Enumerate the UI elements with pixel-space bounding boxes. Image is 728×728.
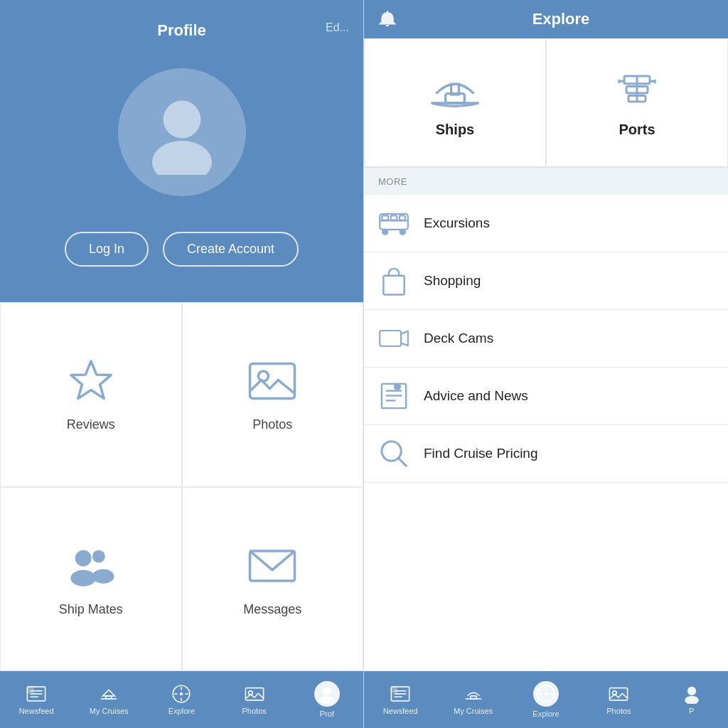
right-panel: Explore Ships bbox=[364, 0, 728, 728]
nav-item-explore[interactable]: Explore bbox=[156, 684, 206, 715]
ships-label: Ships bbox=[436, 122, 474, 138]
nav-item-photos[interactable]: Photos bbox=[230, 684, 279, 715]
photos-item[interactable]: Photos bbox=[182, 302, 364, 487]
shopping-label: Shopping bbox=[424, 273, 481, 289]
camera-icon bbox=[378, 323, 410, 354]
photo-icon bbox=[247, 356, 297, 406]
nav-explore-label: Explore bbox=[168, 707, 195, 715]
profile-title: Profile bbox=[157, 21, 205, 40]
left-bottom-nav: Newsfeed My Cruises Explore bbox=[0, 671, 363, 728]
right-photos-icon bbox=[609, 684, 628, 704]
photos-label: Photos bbox=[252, 417, 292, 432]
right-nav-mycruises[interactable]: My Cruises bbox=[449, 684, 498, 715]
explore-active-bg bbox=[533, 681, 559, 707]
login-button[interactable]: Log In bbox=[65, 232, 149, 267]
search-icon bbox=[378, 438, 410, 469]
profile-active-bg bbox=[314, 681, 340, 707]
nav-mycruises-label: My Cruises bbox=[90, 707, 129, 715]
svg-rect-48 bbox=[380, 331, 401, 346]
svg-rect-3 bbox=[250, 364, 295, 399]
advice-item[interactable]: i Advice and News bbox=[364, 368, 728, 425]
messages-item[interactable]: Messages bbox=[182, 487, 364, 672]
nav-item-profile[interactable]: Prof bbox=[302, 681, 352, 718]
messages-label: Messages bbox=[243, 602, 301, 617]
nav-item-newsfeed[interactable]: Newsfeed bbox=[11, 684, 61, 715]
news-icon: i bbox=[378, 380, 410, 412]
shipmates-label: Ship Mates bbox=[59, 602, 123, 617]
excursions-item[interactable]: Excursions bbox=[364, 195, 728, 252]
shopping-icon bbox=[378, 265, 410, 296]
reviews-label: Reviews bbox=[67, 417, 115, 432]
ship-nav-icon bbox=[99, 684, 119, 704]
bus-icon bbox=[378, 208, 410, 239]
right-nav-photos[interactable]: Photos bbox=[594, 684, 643, 715]
svg-point-4 bbox=[259, 371, 269, 381]
svg-rect-43 bbox=[391, 215, 397, 220]
deckcams-label: Deck Cams bbox=[424, 331, 493, 346]
explore-title: Explore bbox=[408, 10, 714, 28]
nav-item-mycruises[interactable]: My Cruises bbox=[84, 684, 134, 715]
right-newsfeed-icon bbox=[390, 684, 410, 704]
svg-point-54 bbox=[395, 384, 400, 390]
svg-point-46 bbox=[400, 230, 405, 235]
svg-point-26 bbox=[320, 696, 334, 704]
svg-rect-47 bbox=[383, 276, 404, 295]
bell-icon bbox=[378, 10, 397, 28]
right-nav-photos-label: Photos bbox=[606, 707, 631, 715]
svg-point-1 bbox=[152, 141, 212, 175]
right-nav-profile[interactable]: P bbox=[667, 684, 717, 715]
create-account-button[interactable]: Create Account bbox=[163, 232, 299, 267]
right-nav-newsfeed-label: Newsfeed bbox=[383, 707, 418, 715]
pricing-label: Find Cruise Pricing bbox=[424, 446, 538, 461]
profile-grid: Reviews Photos Ship Mates bbox=[0, 302, 363, 671]
profile-nav-icon bbox=[317, 684, 337, 704]
photos-nav-icon bbox=[245, 684, 264, 704]
shipmates-item[interactable]: Ship Mates bbox=[0, 487, 182, 672]
svg-marker-49 bbox=[401, 331, 408, 346]
more-section: MORE bbox=[364, 168, 728, 195]
ports-icon bbox=[609, 68, 665, 110]
nav-profile-label: Prof bbox=[320, 710, 334, 718]
envelope-icon bbox=[247, 541, 297, 591]
svg-point-6 bbox=[70, 569, 96, 586]
ships-item[interactable]: Ships bbox=[364, 38, 546, 167]
reviews-item[interactable]: Reviews bbox=[0, 302, 182, 487]
right-nav-newsfeed[interactable]: Newsfeed bbox=[375, 684, 425, 715]
ports-label: Ports bbox=[619, 122, 655, 138]
svg-point-8 bbox=[92, 569, 114, 583]
explore-list: Excursions Shopping Deck Cams bbox=[364, 195, 728, 671]
right-ship-icon bbox=[464, 684, 483, 704]
shopping-item[interactable]: Shopping bbox=[364, 252, 728, 310]
pricing-item[interactable]: Find Cruise Pricing bbox=[364, 425, 728, 483]
svg-line-57 bbox=[398, 458, 407, 466]
svg-point-74 bbox=[685, 696, 699, 704]
excursions-label: Excursions bbox=[424, 215, 490, 231]
svg-point-73 bbox=[687, 687, 696, 695]
svg-point-7 bbox=[92, 550, 105, 562]
explore-header: Explore bbox=[364, 0, 728, 38]
svg-point-0 bbox=[163, 101, 200, 139]
auth-buttons: Log In Create Account bbox=[65, 232, 299, 267]
nav-photos-label: Photos bbox=[242, 707, 267, 715]
nav-newsfeed-label: Newsfeed bbox=[19, 707, 54, 715]
right-nav-mycruises-label: My Cruises bbox=[454, 707, 493, 715]
right-nav-explore[interactable]: Explore bbox=[521, 681, 571, 718]
right-compass-icon bbox=[536, 684, 556, 704]
ports-item[interactable]: Ports bbox=[546, 38, 728, 167]
svg-marker-2 bbox=[71, 361, 111, 399]
svg-point-66 bbox=[545, 693, 547, 695]
edit-button[interactable]: Ed... bbox=[326, 21, 349, 34]
right-profile-icon bbox=[682, 684, 702, 704]
newsfeed-icon bbox=[26, 684, 46, 704]
right-nav-explore-label: Explore bbox=[532, 710, 559, 718]
avatar bbox=[118, 68, 246, 196]
ships-icon bbox=[427, 68, 483, 110]
svg-rect-44 bbox=[400, 215, 405, 220]
people-icon bbox=[66, 541, 116, 591]
more-label: MORE bbox=[378, 176, 407, 187]
profile-header-top: Profile Ed... bbox=[0, 14, 363, 47]
svg-point-45 bbox=[382, 230, 387, 235]
deckcams-item[interactable]: Deck Cams bbox=[364, 310, 728, 368]
svg-point-56 bbox=[382, 441, 401, 461]
svg-rect-62 bbox=[392, 687, 397, 692]
